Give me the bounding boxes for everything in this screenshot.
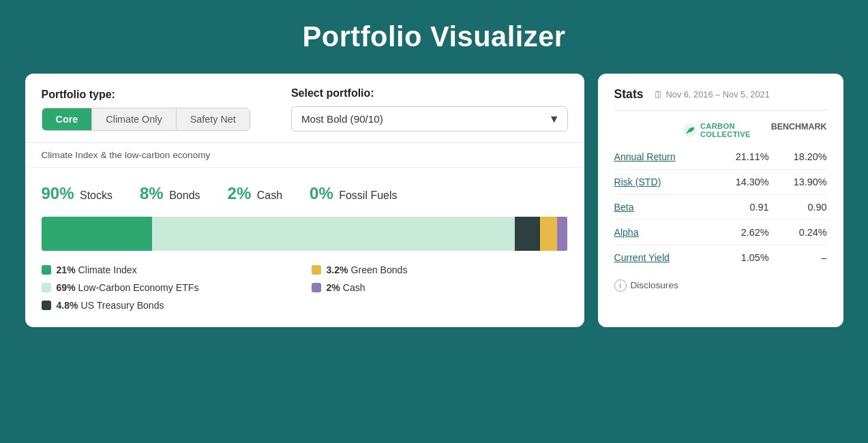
stats-metric[interactable]: Annual Return <box>614 151 676 162</box>
portfolio-select[interactable]: Most Bold (90/10) Bold (80/20) Moderate … <box>291 106 568 132</box>
legend-item: 21% Climate Index <box>42 264 298 275</box>
right-card: Stats 🗓 Nov 6, 2016 – Nov 5, 2021 carbon… <box>598 74 843 327</box>
select-portfolio-label: Select portfolio: <box>291 87 568 100</box>
portfolio-type-buttons: Core Climate Only Safety Net <box>42 108 250 131</box>
stats-table: Annual Return 21.11% 18.20% Risk (STD) 1… <box>614 144 827 270</box>
stats-metric[interactable]: Current Yield <box>614 252 670 263</box>
alloc-bonds-pct: 8% <box>140 184 164 202</box>
stats-metric[interactable]: Risk (STD) <box>614 177 661 187</box>
legend-pct: 3.2% Green Bonds <box>327 264 408 275</box>
stats-title: Stats <box>614 87 644 102</box>
stats-column-headers: carbon collective BENCHMARK <box>614 122 827 139</box>
alloc-cash-label: Cash <box>257 189 282 201</box>
allocation-stats: 90% Stocks 8% Bonds 2% Cash 0% Fossil Fu… <box>25 168 584 211</box>
alloc-bonds: 8% Bonds <box>140 184 200 203</box>
legend-item: 3.2% Green Bonds <box>312 264 568 275</box>
alloc-cash-pct: 2% <box>228 184 252 202</box>
alloc-stocks-label: Stocks <box>80 189 113 201</box>
stats-values: 21.11% 18.20% <box>732 151 827 162</box>
stats-val-cc: 14.30% <box>732 177 769 187</box>
legend-item: 2% Cash <box>312 282 568 293</box>
stats-val-cc: 21.11% <box>732 151 769 162</box>
bar-segment <box>557 217 567 251</box>
legend-pct: 2% Cash <box>327 282 365 293</box>
left-card: Portfolio type: Core Climate Only Safety… <box>25 74 584 327</box>
tab-safety-net[interactable]: Safety Net <box>177 108 250 130</box>
stats-val-cc: 1.05% <box>732 252 769 263</box>
portfolio-type-label: Portfolio type: <box>42 89 250 101</box>
alloc-cash: 2% Cash <box>228 184 283 203</box>
table-row: Current Yield 1.05% – <box>614 245 827 270</box>
carbon-collective-logo: carbon collective <box>683 122 751 139</box>
select-portfolio-section: Select portfolio: Most Bold (90/10) Bold… <box>291 87 568 132</box>
table-row: Alpha 2.62% 0.24% <box>614 220 827 245</box>
table-row: Risk (STD) 14.30% 13.90% <box>614 170 827 195</box>
table-row: Annual Return 21.11% 18.20% <box>614 144 827 170</box>
main-container: Portfolio type: Core Climate Only Safety… <box>25 74 843 327</box>
tab-core[interactable]: Core <box>42 108 93 130</box>
alloc-stocks-pct: 90% <box>42 184 74 202</box>
stats-val-benchmark: 18.20% <box>790 151 827 162</box>
info-icon: i <box>614 279 627 292</box>
table-row: Beta 0.91 0.90 <box>614 195 827 220</box>
legend-swatch <box>42 265 51 275</box>
bar-segment <box>540 217 557 251</box>
stats-values: 14.30% 13.90% <box>732 177 827 187</box>
stats-metric[interactable]: Beta <box>614 202 634 213</box>
stats-header: Stats 🗓 Nov 6, 2016 – Nov 5, 2021 <box>614 87 827 111</box>
subtitle-text: Climate Index & the low-carbon economy <box>25 143 584 168</box>
disclosures[interactable]: i Disclosures <box>614 279 827 292</box>
stats-val-benchmark: – <box>790 252 827 263</box>
page-title: Portfolio Visualizer <box>303 20 566 53</box>
tab-climate-only[interactable]: Climate Only <box>92 108 176 130</box>
alloc-fossil: 0% Fossil Fuels <box>310 184 398 203</box>
allocation-bar <box>42 217 568 251</box>
legend-swatch <box>312 265 321 275</box>
stats-date: 🗓 Nov 6, 2016 – Nov 5, 2021 <box>653 89 770 100</box>
portfolio-type-section: Portfolio type: Core Climate Only Safety… <box>42 89 250 131</box>
legend-pct: 69% Low-Carbon Economy ETFs <box>57 282 199 293</box>
logo-text: carbon collective <box>700 122 751 139</box>
stats-val-benchmark: 0.90 <box>790 202 827 213</box>
disclosures-label: Disclosures <box>631 280 678 290</box>
bar-segment <box>515 217 540 251</box>
stats-metric[interactable]: Alpha <box>614 227 639 238</box>
alloc-fossil-label: Fossil Fuels <box>339 189 397 201</box>
stats-values: 0.91 0.90 <box>732 202 827 213</box>
bar-segment <box>152 217 515 251</box>
legend-pct: 21% Climate Index <box>57 264 137 275</box>
leaf-icon <box>683 123 698 138</box>
alloc-bonds-label: Bonds <box>169 189 200 201</box>
stats-date-text: Nov 6, 2016 – Nov 5, 2021 <box>666 89 770 100</box>
legend-item: 69% Low-Carbon Economy ETFs <box>42 282 298 293</box>
calendar-icon: 🗓 <box>653 89 663 100</box>
legend-swatch <box>42 283 51 292</box>
stats-val-benchmark: 13.90% <box>790 177 827 187</box>
legend-swatch <box>312 283 321 292</box>
legend-swatch <box>42 301 51 310</box>
legend-pct: 4.8% US Treasury Bonds <box>57 300 164 311</box>
alloc-fossil-pct: 0% <box>310 184 333 202</box>
bar-segment <box>42 217 152 251</box>
portfolio-select-wrapper: Most Bold (90/10) Bold (80/20) Moderate … <box>291 106 568 132</box>
left-card-top: Portfolio type: Core Climate Only Safety… <box>25 74 584 143</box>
stats-val-cc: 0.91 <box>732 202 769 213</box>
alloc-stocks: 90% Stocks <box>42 184 113 203</box>
stats-values: 2.62% 0.24% <box>732 227 827 238</box>
legend-item: 4.8% US Treasury Bonds <box>42 300 298 311</box>
benchmark-header: BENCHMARK <box>771 122 827 139</box>
stats-values: 1.05% – <box>732 252 827 263</box>
stats-val-cc: 2.62% <box>732 227 769 238</box>
legend-grid: 21% Climate Index 3.2% Green Bonds 69% L… <box>25 264 584 327</box>
stats-val-benchmark: 0.24% <box>790 227 827 238</box>
